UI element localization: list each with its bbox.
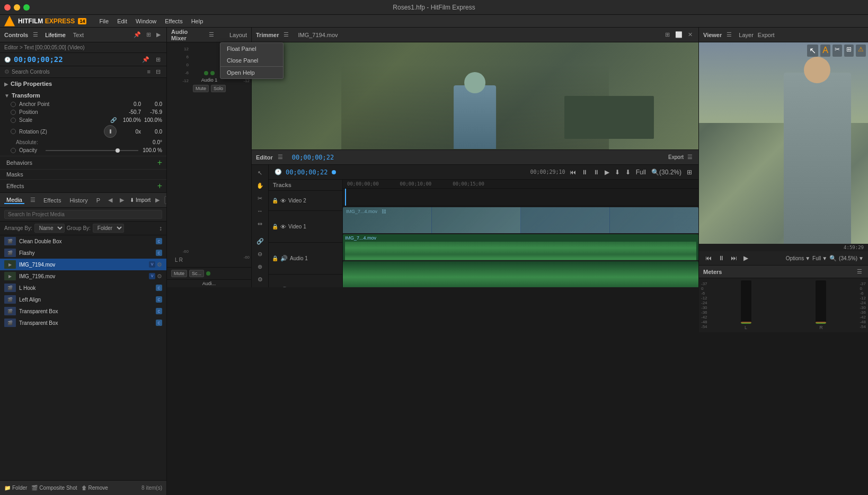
pin-icon[interactable]: 📌	[140, 56, 151, 63]
tl-quality-icon[interactable]: Full	[634, 167, 648, 177]
remove-button[interactable]: 🗑 Remove	[82, 485, 108, 491]
crop-tool-button[interactable]: ✂	[832, 45, 842, 57]
effects-add-button[interactable]: +	[157, 181, 162, 191]
list-item[interactable]: ▶ IMG_7196.mov V ⚙	[0, 270, 166, 282]
trimmer-window-icon[interactable]: ⬜	[674, 31, 684, 38]
export-button[interactable]: Export	[668, 154, 684, 160]
import-button[interactable]: ⬇ Import	[130, 197, 150, 203]
viewer-quality[interactable]: Full ▼	[812, 255, 827, 261]
viewer-zoom[interactable]: (34.5%) ▼	[839, 255, 864, 261]
list-item[interactable]: 🎬 Transparent Box C	[0, 317, 166, 329]
list-view-icon[interactable]: ≡	[146, 68, 152, 75]
layout-button[interactable]: Layout	[229, 32, 247, 38]
trimmer-menu-icon[interactable]: ☰	[282, 31, 290, 38]
close-button[interactable]	[4, 4, 11, 11]
scale-value2[interactable]: 100.0%	[141, 117, 162, 123]
zoom-out-tool[interactable]: ⊖	[254, 248, 266, 260]
anchor-value1[interactable]: 0.0	[120, 101, 141, 107]
arrow-tool[interactable]: ↖	[254, 167, 266, 179]
video1-clip[interactable]: IMG_7...4.mov ⛓	[343, 207, 698, 237]
folder-button[interactable]: 📁 Folder	[4, 485, 27, 491]
slip-tool[interactable]: ↔	[254, 205, 266, 217]
arrange-by-select[interactable]: Name	[34, 224, 65, 233]
menu-effects[interactable]: Effects	[165, 18, 182, 24]
anchor-value2[interactable]: 0.0	[141, 101, 162, 107]
mute-button[interactable]: Mute	[193, 85, 209, 92]
text-tool-button[interactable]: A	[820, 45, 830, 57]
solo2-button[interactable]: Sc...	[189, 270, 204, 277]
opacity-slider[interactable]	[46, 150, 138, 151]
play-import-icon[interactable]: ▶	[154, 197, 161, 204]
menu-help[interactable]: Help	[191, 18, 203, 24]
play-button[interactable]: ▶	[603, 167, 612, 177]
tab-layer[interactable]: Layer	[739, 32, 754, 38]
maximize-button[interactable]	[23, 4, 30, 11]
rotation-dial[interactable]	[104, 125, 117, 138]
close-panel-item[interactable]: Close Panel	[220, 55, 283, 66]
snap-tool[interactable]: 🔗	[254, 235, 266, 247]
expand-icon[interactable]: ⊞	[154, 56, 162, 63]
menu-edit[interactable]: Edit	[117, 18, 127, 24]
step-back-button[interactable]: ⏸	[579, 167, 590, 177]
scale-value1[interactable]: 100.0%	[120, 117, 141, 123]
audio1-clip[interactable]: IMG_7...4.mov	[343, 234, 698, 264]
list-item[interactable]: 🎬 Transparent Box C	[0, 305, 166, 317]
controls-pin-icon[interactable]: 📌	[132, 31, 143, 38]
media-search-input[interactable]	[4, 210, 162, 219]
tab-history[interactable]: History	[67, 197, 90, 204]
tl-overwrite-icon[interactable]: ⬇	[623, 167, 633, 177]
list-item[interactable]: ▶ IMG_7194.mov V ⚙	[0, 259, 166, 270]
hand-tool[interactable]: ✋	[254, 180, 266, 191]
gear-icon[interactable]: ⚙	[157, 273, 162, 280]
slide-tool[interactable]: ⇔	[254, 218, 266, 229]
meters-menu-icon[interactable]: ☰	[855, 268, 864, 275]
nav-fwd-icon[interactable]: ▶	[118, 197, 126, 204]
nav-back-icon[interactable]: ◀	[107, 197, 114, 204]
export-menu-icon[interactable]: ☰	[686, 154, 694, 161]
settings-tool[interactable]: ⚙	[254, 273, 266, 285]
transform-tool-button[interactable]: ⊞	[844, 45, 854, 57]
skip-start-button[interactable]: ⏮	[568, 167, 578, 177]
list-item[interactable]: 🎬 Clean Double Box C	[0, 235, 166, 247]
tab-export[interactable]: Export	[758, 32, 775, 38]
media-menu-icon[interactable]: ☰	[29, 197, 37, 204]
menu-file[interactable]: File	[99, 18, 109, 24]
arrow-tool-button[interactable]: ↖	[807, 45, 818, 57]
list-item[interactable]: 🎬 L Hook C	[0, 282, 166, 294]
group-by-select[interactable]: Folder	[93, 224, 124, 233]
menu-window[interactable]: Window	[136, 18, 156, 24]
rotation-value1[interactable]: 0x	[120, 129, 141, 135]
viewer-skip-start[interactable]: ⏮	[703, 253, 714, 263]
position-value1[interactable]: -50.7	[120, 109, 141, 115]
solo-button[interactable]: Solo	[211, 85, 226, 92]
tab-effects[interactable]: Effects	[41, 197, 63, 204]
controls-nav-icon[interactable]: ▶	[155, 31, 162, 38]
viewer-menu-icon[interactable]: ☰	[725, 31, 733, 38]
audio-mixer-menu-icon[interactable]: ☰	[207, 31, 216, 38]
list-item[interactable]: 🎬 Flashy C	[0, 247, 166, 259]
minimize-button[interactable]	[14, 4, 20, 11]
gear-icon[interactable]: ⚙	[157, 261, 162, 268]
tab-p[interactable]: P	[94, 197, 102, 204]
grid-view-icon[interactable]: ⊟	[154, 68, 162, 75]
razor-tool[interactable]: ✂	[254, 192, 266, 204]
list-item[interactable]: 🎬 Left Align C	[0, 294, 166, 305]
viewer-step-back[interactable]: ⏸	[716, 253, 727, 263]
templates-button[interactable]: ☰ Templates	[164, 196, 166, 204]
tab-media[interactable]: Media	[4, 197, 24, 204]
tl-zoom-icon[interactable]: 🔍(30.2%)	[649, 167, 684, 177]
viewer-step-fwd[interactable]: ⏭	[729, 253, 739, 263]
position-value2[interactable]: -76.9	[141, 109, 162, 115]
tl-insert-icon[interactable]: ⬇	[613, 167, 622, 177]
editor-menu-icon[interactable]: ☰	[276, 154, 285, 161]
zoom-in-tool[interactable]: ⊕	[254, 261, 266, 272]
viewer-options[interactable]: Options ▼	[786, 255, 810, 261]
trimmer-close-icon[interactable]: ✕	[686, 31, 694, 38]
float-panel-item[interactable]: Float Panel	[220, 43, 283, 55]
tab-text[interactable]: Text	[71, 32, 86, 38]
step-frame-button[interactable]: ⏸	[591, 167, 601, 177]
transform-header[interactable]: ▼ Transform	[0, 91, 166, 100]
warning-tool-button[interactable]: ⚠	[856, 45, 866, 57]
viewer-play[interactable]: ▶	[741, 253, 750, 263]
tab-lifetime[interactable]: Lifetime	[43, 32, 68, 38]
